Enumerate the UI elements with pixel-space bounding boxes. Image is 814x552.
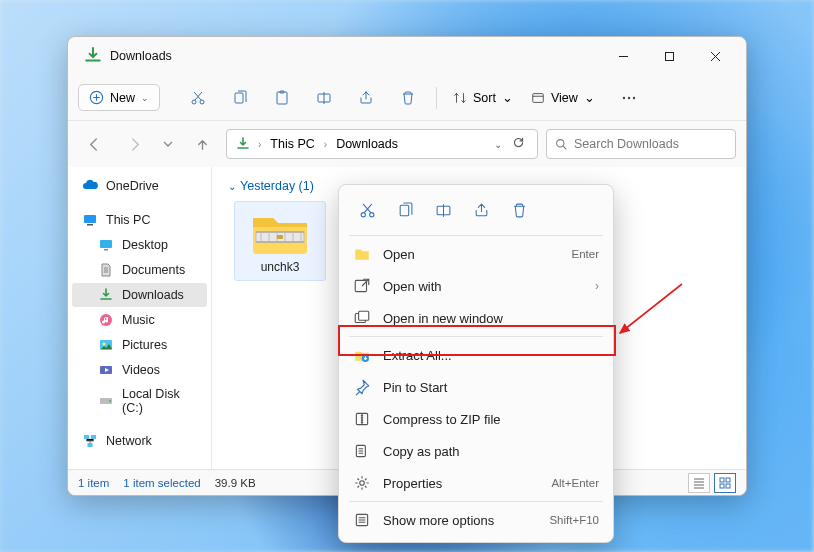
svg-rect-23 — [84, 435, 89, 439]
recent-locations-button[interactable] — [158, 128, 178, 160]
file-item[interactable]: unchk3 — [234, 201, 326, 281]
ctx-compress[interactable]: Compress to ZIP file — [339, 403, 613, 435]
onedrive-icon — [82, 178, 98, 194]
svg-rect-29 — [726, 478, 730, 482]
svg-rect-16 — [104, 249, 108, 251]
maximize-button[interactable] — [646, 40, 692, 72]
thumbnails-view-toggle[interactable] — [714, 473, 736, 493]
chevron-down-icon: ⌄ — [228, 181, 236, 192]
new-button[interactable]: New ⌄ — [78, 84, 160, 111]
status-item-count: 1 item — [78, 477, 109, 489]
breadcrumb-downloads[interactable]: Downloads — [330, 137, 404, 151]
toolbar: New ⌄ Sort ⌄ View ⌄ — [68, 75, 746, 121]
details-view-toggle[interactable] — [688, 473, 710, 493]
svg-rect-34 — [400, 205, 409, 216]
folder-icon — [353, 245, 371, 263]
pin-icon — [353, 378, 371, 396]
downloads-icon — [235, 136, 251, 152]
sort-label: Sort — [473, 91, 496, 105]
ctx-pin-to-start[interactable]: Pin to Start — [339, 371, 613, 403]
sidebar-item-desktop[interactable]: Desktop — [72, 233, 207, 257]
sidebar-item-this-pc[interactable]: This PC — [72, 208, 207, 232]
sidebar-item-pictures[interactable]: Pictures — [72, 333, 207, 357]
ctx-cut-icon[interactable] — [349, 195, 385, 225]
status-selected-count: 1 item selected — [123, 477, 200, 489]
more-options-icon — [353, 511, 371, 529]
svg-point-42 — [360, 481, 365, 486]
network-icon — [82, 433, 98, 449]
open-with-icon — [353, 277, 371, 295]
sort-button[interactable]: Sort ⌄ — [445, 85, 521, 110]
breadcrumb-this-pc[interactable]: This PC — [264, 137, 320, 151]
refresh-icon[interactable] — [512, 136, 525, 152]
sidebar-item-local-disk[interactable]: Local Disk (C:) — [72, 383, 207, 419]
sidebar-item-downloads[interactable]: Downloads — [72, 283, 207, 307]
minimize-button[interactable] — [600, 40, 646, 72]
sidebar-item-network[interactable]: Network — [72, 429, 207, 453]
ctx-open-new-window[interactable]: Open in new window — [339, 302, 613, 334]
up-button[interactable] — [186, 128, 218, 160]
ctx-open-with[interactable]: Open with › — [339, 270, 613, 302]
music-icon — [98, 312, 114, 328]
svg-rect-5 — [277, 92, 287, 104]
sidebar-item-videos[interactable]: Videos — [72, 358, 207, 382]
svg-rect-31 — [726, 484, 730, 488]
chevron-down-icon[interactable]: ⌄ — [494, 139, 502, 150]
delete-icon[interactable] — [388, 82, 428, 114]
disk-icon — [98, 393, 114, 409]
chevron-right-icon: › — [595, 279, 599, 293]
downloads-icon — [84, 47, 102, 65]
ctx-show-more-options[interactable]: Show more options Shift+F10 — [339, 504, 613, 536]
search-input[interactable]: Search Downloads — [546, 129, 736, 159]
close-button[interactable] — [692, 40, 738, 72]
sidebar-item-documents[interactable]: Documents — [72, 258, 207, 282]
share-icon[interactable] — [346, 82, 386, 114]
ctx-open[interactable]: Open Enter — [339, 238, 613, 270]
address-row: › This PC › Downloads ⌄ Search Downloads — [68, 121, 746, 167]
svg-rect-14 — [87, 224, 93, 226]
window-title: Downloads — [110, 49, 172, 63]
svg-rect-27 — [277, 235, 283, 239]
svg-rect-15 — [100, 240, 112, 248]
sidebar-item-onedrive[interactable]: OneDrive — [72, 174, 207, 198]
paste-icon[interactable] — [262, 82, 302, 114]
this-pc-icon — [82, 212, 98, 228]
svg-point-32 — [361, 212, 365, 216]
new-button-label: New — [110, 91, 135, 105]
ctx-extract-all[interactable]: Extract All... — [339, 339, 613, 371]
svg-rect-4 — [235, 93, 243, 103]
chevron-right-icon[interactable]: › — [321, 139, 330, 150]
file-name: unchk3 — [261, 260, 300, 274]
forward-button[interactable] — [118, 128, 150, 160]
sidebar-item-music[interactable]: Music — [72, 308, 207, 332]
copy-icon[interactable] — [220, 82, 260, 114]
ctx-properties[interactable]: Properties Alt+Enter — [339, 467, 613, 499]
more-icon[interactable] — [609, 82, 649, 114]
context-menu: Open Enter Open with › Open in new windo… — [338, 184, 614, 543]
ctx-delete-icon[interactable] — [501, 195, 537, 225]
ctx-copy-icon[interactable] — [387, 195, 423, 225]
compress-icon — [353, 410, 371, 428]
cut-icon[interactable] — [178, 82, 218, 114]
back-button[interactable] — [78, 128, 110, 160]
copy-path-icon — [353, 442, 371, 460]
desktop-icon — [98, 237, 114, 253]
svg-rect-28 — [720, 478, 724, 482]
search-placeholder: Search Downloads — [574, 137, 679, 151]
svg-point-19 — [103, 343, 106, 346]
view-label: View — [551, 91, 578, 105]
rename-icon[interactable] — [304, 82, 344, 114]
view-button[interactable]: View ⌄ — [523, 85, 603, 110]
ctx-copy-as-path[interactable]: Copy as path — [339, 435, 613, 467]
svg-rect-8 — [533, 93, 544, 102]
svg-point-2 — [192, 100, 196, 104]
search-icon — [555, 138, 568, 151]
ctx-share-icon[interactable] — [463, 195, 499, 225]
svg-point-12 — [557, 139, 564, 146]
chevron-down-icon: ⌄ — [141, 93, 149, 103]
chevron-right-icon[interactable]: › — [255, 139, 264, 150]
videos-icon — [98, 362, 114, 378]
documents-icon — [98, 262, 114, 278]
address-bar[interactable]: › This PC › Downloads ⌄ — [226, 129, 538, 159]
ctx-rename-icon[interactable] — [425, 195, 461, 225]
